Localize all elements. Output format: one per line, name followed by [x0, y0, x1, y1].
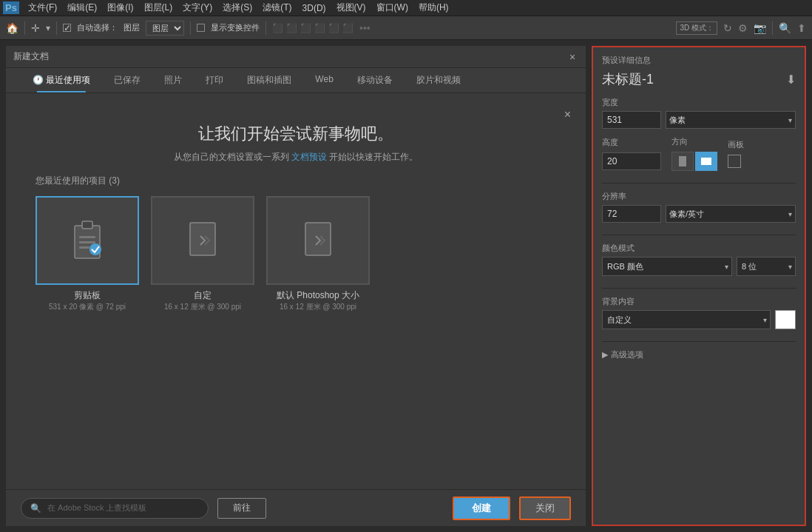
bg-color-swatch[interactable]	[775, 310, 796, 329]
preset-section-label: 预设详细信息	[602, 55, 796, 66]
align-left-icon[interactable]: ⬛	[272, 23, 283, 33]
menu-image[interactable]: 图像(I)	[103, 1, 138, 14]
recent-thumb-custom[interactable]	[151, 196, 254, 285]
go-button[interactable]: 前往	[217, 498, 266, 519]
tab-art[interactable]: 图稿和插图	[235, 68, 303, 92]
tab-saved[interactable]: 已保存	[102, 68, 152, 92]
settings-icon[interactable]: ⚙	[738, 22, 748, 34]
landscape-button[interactable]	[695, 152, 717, 171]
rotate-icon[interactable]: ↻	[723, 22, 732, 34]
align-right-icon[interactable]: ⬛	[300, 23, 311, 33]
preset-title-row: 未标题-1 ⬇	[602, 70, 796, 88]
welcome-section: × 让我们开始尝试新事物吧。 从您自己的文档设置或一系列 文档预设 开始以快速开…	[35, 108, 556, 175]
menu-help[interactable]: 帮助(H)	[414, 1, 453, 14]
home-icon[interactable]: 🏠	[6, 22, 18, 34]
recent-thumb-default[interactable]	[266, 196, 370, 285]
doc-presets-link[interactable]: 文档预设	[291, 152, 327, 162]
menu-window[interactable]: 窗口(W)	[372, 1, 413, 14]
width-row: 像素 英寸 厘米 毫米	[602, 111, 796, 129]
svg-rect-9	[701, 158, 711, 165]
canvas-checkbox[interactable]	[728, 155, 741, 168]
divider-1	[24, 21, 25, 35]
welcome-close-button[interactable]: ×	[564, 108, 571, 121]
portrait-button[interactable]	[671, 152, 694, 171]
layer-label: 图层	[124, 22, 140, 33]
advanced-label: 高级选项	[611, 349, 643, 360]
align-bottom-icon[interactable]: ⬛	[342, 23, 353, 33]
tab-photo[interactable]: 照片	[152, 68, 194, 92]
search-icon[interactable]: 🔍	[779, 22, 791, 34]
bg-content-select[interactable]: 自定义 白色 黑色 背景色 透明	[602, 310, 771, 329]
tab-mobile[interactable]: 移动设备	[345, 68, 405, 92]
color-mode-select[interactable]: RGB 颜色 CMYK 颜色 Lab 颜色 位图 灰度	[602, 257, 732, 276]
height-input[interactable]	[602, 152, 661, 170]
color-mode-row: RGB 颜色 CMYK 颜色 Lab 颜色 位图 灰度 8 位 16 位 32 …	[602, 257, 796, 276]
recent-item-custom[interactable]: 自定 16 x 12 厘米 @ 300 ppi	[151, 196, 254, 312]
welcome-title: 让我们开始尝试新事物吧。	[35, 123, 556, 145]
canvas-label: 画板	[728, 139, 744, 150]
tab-film[interactable]: 胶片和视频	[405, 68, 473, 92]
content-area: × 让我们开始尝试新事物吧。 从您自己的文档设置或一系列 文档预设 开始以快速开…	[6, 93, 586, 489]
width-input[interactable]	[602, 111, 661, 129]
align-middle-icon[interactable]: ⬛	[328, 23, 339, 33]
camera-icon[interactable]: 📷	[754, 22, 766, 34]
tab-recent[interactable]: 🕐 最近使用项	[21, 68, 102, 92]
menu-edit[interactable]: 编辑(E)	[63, 1, 101, 14]
align-center-icon[interactable]: ⬛	[286, 23, 297, 33]
default-name: 默认 Photoshop 大小	[277, 289, 359, 302]
advanced-options-row[interactable]: ▶ 高级选项	[602, 349, 796, 360]
dialog-titlebar: 新建文档 ×	[6, 46, 586, 68]
toolbar-right: 3D 模式： ↻ ⚙ 📷 🔍 ⬆	[676, 21, 806, 35]
dialog-close-button[interactable]: ×	[566, 51, 578, 63]
tab-saved-label: 已保存	[114, 75, 141, 85]
recent-thumb-clipboard[interactable]	[35, 196, 139, 285]
svg-rect-1	[82, 221, 92, 229]
divider-4	[265, 21, 266, 35]
bottom-bar: 🔍 在 Adobe Stock 上查找模板 前往 创建 关闭	[6, 489, 586, 526]
more-icon[interactable]: •••	[359, 22, 371, 34]
width-unit-select[interactable]: 像素 英寸 厘米 毫米	[666, 111, 796, 129]
svg-rect-4	[79, 246, 89, 249]
create-button[interactable]: 创建	[453, 496, 510, 520]
resolution-row: 像素/英寸 像素/厘米	[602, 205, 796, 223]
menu-select[interactable]: 选择(S)	[218, 1, 257, 14]
tab-art-label: 图稿和插图	[247, 75, 291, 85]
custom-desc: 16 x 12 厘米 @ 300 ppi	[164, 302, 241, 312]
divider-4	[602, 341, 796, 342]
align-icons: ⬛ ⬛ ⬛ ⬛ ⬛ ⬛	[272, 23, 353, 33]
move-icon[interactable]: ✛	[31, 22, 40, 34]
tab-print-label: 打印	[206, 75, 223, 85]
menu-3d[interactable]: 3D(D)	[298, 3, 331, 13]
share-icon[interactable]: ⬆	[797, 22, 806, 34]
recent-item-default[interactable]: 默认 Photoshop 大小 16 x 12 厘米 @ 300 ppi	[266, 196, 370, 312]
width-unit-wrap: 像素 英寸 厘米 毫米	[666, 111, 796, 129]
custom-name: 自定	[194, 289, 212, 302]
clock-icon: 🕐	[33, 75, 44, 85]
close-button[interactable]: 关闭	[519, 496, 571, 520]
menu-filter[interactable]: 滤镜(T)	[258, 1, 296, 14]
preset-panel: 预设详细信息 未标题-1 ⬇ 宽度 像素 英寸 厘米 毫米 高度	[592, 46, 806, 526]
tab-mobile-label: 移动设备	[357, 75, 393, 85]
resolution-unit-select[interactable]: 像素/英寸 像素/厘米	[666, 205, 796, 223]
layer-select[interactable]: 图层	[146, 21, 184, 36]
orientation-buttons	[671, 152, 717, 171]
transform-checkbox[interactable]	[197, 24, 205, 32]
bg-content-wrap: 自定义 白色 黑色 背景色 透明	[602, 310, 771, 329]
bit-depth-select[interactable]: 8 位 16 位 32 位	[737, 257, 796, 276]
auto-select-checkbox[interactable]: ✓	[63, 24, 71, 32]
tab-print[interactable]: 打印	[194, 68, 235, 92]
stock-search-box[interactable]: 🔍 在 Adobe Stock 上查找模板	[21, 498, 209, 519]
search-stock-placeholder: 在 Adobe Stock 上查找模板	[47, 502, 147, 514]
resolution-input[interactable]	[602, 205, 661, 223]
recent-item-clipboard[interactable]: 剪贴板 531 x 20 像素 @ 72 ppi	[35, 196, 139, 312]
menu-type[interactable]: 文字(Y)	[178, 1, 217, 14]
menu-bar: Ps 文件(F) 编辑(E) 图像(I) 图层(L) 文字(Y) 选择(S) 滤…	[0, 0, 812, 16]
clipboard-desc: 531 x 20 像素 @ 72 ppi	[49, 302, 126, 312]
tab-web[interactable]: Web	[303, 68, 345, 92]
menu-view[interactable]: 视图(V)	[332, 1, 371, 14]
save-preset-icon[interactable]: ⬇	[786, 73, 796, 87]
menu-layer[interactable]: 图层(L)	[140, 1, 177, 14]
align-top-icon[interactable]: ⬛	[314, 23, 325, 33]
height-label: 高度	[602, 137, 661, 148]
menu-file[interactable]: 文件(F)	[24, 1, 61, 14]
